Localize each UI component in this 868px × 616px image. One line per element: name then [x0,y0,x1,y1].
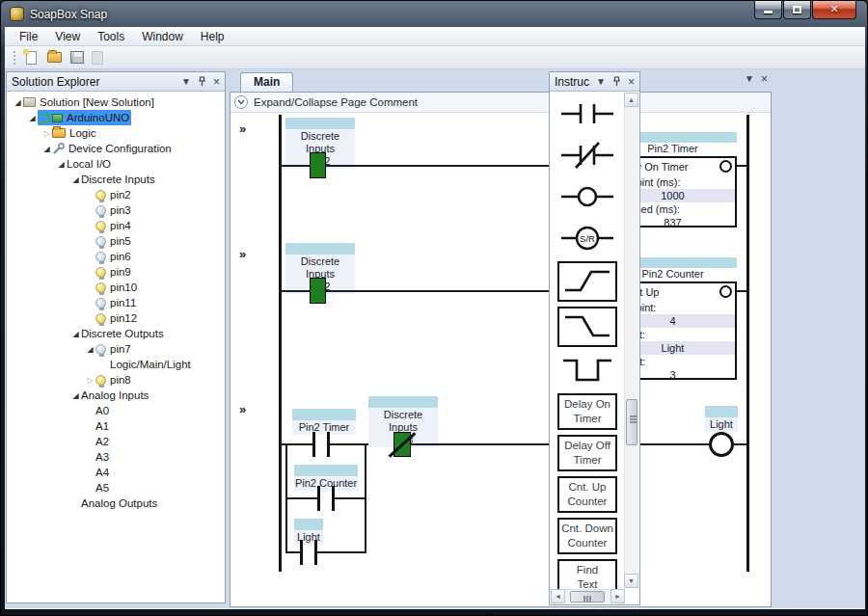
instruction-delay-off-timer[interactable]: Delay OffTimer [557,435,617,471]
toolbar-grip[interactable] [13,50,16,66]
collapse-arrow-icon[interactable]: ◢ [70,330,81,338]
tree-item-pin4[interactable]: pin4 [7,218,225,233]
contact-bar[interactable] [300,540,303,565]
instruction-set-reset-coil[interactable]: S/R [557,220,617,256]
tree-item-pin9[interactable]: pin9 [7,264,225,280]
tree-item-label: Logic [69,127,96,139]
collapse-arrow-icon[interactable]: ◢ [70,391,81,400]
coil-label: Light [705,406,738,432]
maximize-button[interactable] [783,1,811,19]
new-file-icon [26,51,37,65]
save-button[interactable] [67,48,88,67]
close-button[interactable]: ✕ [812,1,856,19]
instruction-falling-edge[interactable] [557,307,617,347]
output-coil-light[interactable] [709,432,734,457]
tree-item-solution-new-solution-[interactable]: ◢Solution [New Solution] [7,94,225,110]
page-comment-bar[interactable]: Expand/Collapse Page Comment [231,93,771,113]
instruction-normally-open-contact[interactable] [557,95,617,132]
tree-item-analog-inputs[interactable]: ◢Analog Inputs [7,388,225,403]
pin-icon[interactable] [612,76,621,87]
rung-marker[interactable]: » [239,247,246,261]
expand-arrow-icon[interactable]: ▷ [41,129,52,138]
minimize-button[interactable] [754,1,782,19]
tree-item-a5[interactable]: A5 [7,480,225,495]
menu-item-tools[interactable]: Tools [89,28,133,45]
scroll-left-button[interactable]: ◄ [551,589,565,603]
scroll-down-button[interactable]: ▼ [624,574,638,588]
contact-pin2-energized[interactable] [310,278,326,304]
menu-item-help[interactable]: Help [192,28,233,45]
instruction-count-up-counter[interactable]: Cnt. UpCounter [557,476,617,513]
tree-item-pin3[interactable]: pin3 [7,202,225,218]
panel-menu-icon[interactable]: ▼ [181,77,191,87]
instruction-label: Delay On [564,397,610,412]
panel-close-icon[interactable]: × [628,77,635,87]
panel-close-icon[interactable]: × [213,77,220,87]
rung-marker[interactable]: » [239,402,246,416]
contact-label: Light [294,519,323,545]
tab-main[interactable]: Main [240,72,293,92]
vertical-scrollbar[interactable]: ▲ ▼ [624,93,638,588]
toolbar-overflow[interactable] [92,51,103,65]
tree-item-pin11[interactable]: pin11 [7,295,225,310]
tree-item-logic-main-light[interactable]: Logic/Main/Light [7,357,225,372]
scroll-up-button[interactable]: ▲ [624,93,638,107]
instruction-pulse[interactable] [557,352,617,388]
scroll-right-button[interactable]: ► [610,589,625,603]
pin-icon[interactable] [198,76,206,87]
doc-menu-icon[interactable]: ▼ [745,74,754,84]
contact-pin2-energized[interactable] [310,152,326,178]
instruction-normally-closed-contact[interactable] [557,137,617,174]
tree-item-pin12[interactable]: pin12 [7,310,225,326]
collapse-arrow-icon[interactable]: ◢ [41,145,52,153]
collapse-arrow-icon[interactable]: ◢ [85,345,95,354]
titlebar[interactable]: SoapBox Snap ✕ [1,1,867,27]
tree-item-pin2[interactable]: pin2 [7,187,225,202]
tree-item-local-i-o[interactable]: ◢Local I/O [7,156,225,172]
tree-item-pin5[interactable]: pin5 [7,233,225,249]
tree-item-analog-outputs[interactable]: Analog Outputs [7,495,225,511]
open-folder-button[interactable] [43,48,65,67]
panel-menu-icon[interactable]: ▼ [596,77,606,87]
horizontal-scrollbar[interactable]: ◄ ► [551,589,625,603]
tree-item-a4[interactable]: A4 [7,465,225,480]
scrollbar-thumb[interactable] [626,399,637,445]
tree-item-device-configuration[interactable]: ◢Device Configuration [7,141,225,156]
tree-item-pin10[interactable]: pin10 [7,280,225,295]
instruction-count-down-counter[interactable]: Cnt. DownCounter [557,518,617,554]
instruction-coil[interactable] [557,178,617,215]
collapse-arrow-icon[interactable]: ◢ [27,114,38,122]
menu-item-file[interactable]: File [11,28,46,45]
bulb-on-icon [95,282,106,293]
collapse-arrow-icon[interactable]: ◢ [13,98,23,107]
tree-item-logic[interactable]: ▷Logic [7,125,225,141]
menu-item-window[interactable]: Window [133,28,192,45]
tree-item-pin6[interactable]: pin6 [7,249,225,264]
contact-bar[interactable] [317,486,320,511]
tree-item-discrete-inputs[interactable]: ◢Discrete Inputs [7,172,225,187]
contact-bar[interactable] [312,432,315,457]
collapse-arrow-icon[interactable]: ◢ [70,175,81,184]
tree-item-pin7[interactable]: ◢pin7 [7,341,225,357]
tree-item-a1[interactable]: A1 [7,418,225,434]
menu-item-view[interactable]: View [46,28,89,45]
instruction-label: Timer [574,453,602,468]
tree-item-pin8[interactable]: ▷pin8 [7,372,225,388]
collapse-arrow-icon[interactable]: ◢ [56,160,67,169]
rung-marker[interactable]: » [239,121,246,136]
instruction-rising-edge[interactable] [557,261,617,302]
ladder-canvas[interactable]: » Discrete Inputs pin2 Pin2 Timer Delay [231,113,771,606]
contact-pin3-nc-energized[interactable] [393,432,411,457]
scrollbar-thumb[interactable] [570,591,605,603]
block-output-coil [719,160,732,173]
expand-collapse-button[interactable] [234,95,248,109]
tree-item-a2[interactable]: A2 [7,434,225,449]
instruction-delay-on-timer[interactable]: Delay OnTimer [557,393,617,430]
new-file-button[interactable] [20,48,41,67]
tree-item-a3[interactable]: A3 [7,449,225,465]
tree-item-discrete-outputs[interactable]: ◢Discrete Outputs [7,326,225,341]
doc-close-icon[interactable]: × [761,74,768,84]
expand-arrow-icon[interactable]: ▷ [85,376,95,385]
tree-item-arduinouno[interactable]: ◢ArduinoUNO [7,110,225,125]
tree-item-a0[interactable]: A0 [7,403,225,418]
